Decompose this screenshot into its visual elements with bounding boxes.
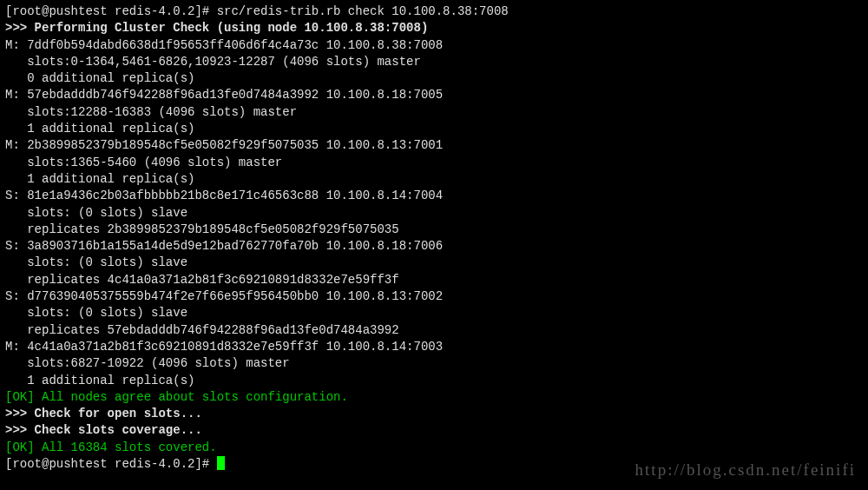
node-line: S: d776390405375559b474f2e7f66e95f956450… <box>5 288 863 305</box>
cluster-check-header: >>> Performing Cluster Check (using node… <box>5 20 863 36</box>
node-line: M: 7ddf0b594dabd6638d1f95653ff406d6f4c4a… <box>5 37 863 54</box>
command-line: [root@pushtest redis-4.0.2]# src/redis-t… <box>5 3 863 20</box>
node-line: S: 3a8903716b1a155a14de5d9e12bad762770fa… <box>5 238 863 255</box>
node-line: replicates 57ebdadddb746f942288f96ad13fe… <box>5 322 863 339</box>
check-open-slots: >>> Check for open slots... <box>5 406 863 422</box>
node-line: replicates 2b3899852379b189548cf5e05082f… <box>5 222 863 238</box>
node-line: M: 57ebdadddb746f942288f96ad13fe0d7484a3… <box>5 87 863 103</box>
node-line: 1 additional replica(s) <box>5 373 863 389</box>
shell-prompt: [root@pushtest redis-4.0.2]# <box>5 4 217 18</box>
node-line: slots: (0 slots) slave <box>5 305 863 321</box>
node-line: slots:1365-5460 (4096 slots) master <box>5 155 863 171</box>
node-line: replicates 4c41a0a371a2b81f3c69210891d83… <box>5 272 863 288</box>
node-line: slots:12288-16383 (4096 slots) master <box>5 104 863 121</box>
cursor-icon <box>217 456 225 470</box>
node-line: 0 additional replica(s) <box>5 70 863 87</box>
ok-status: [OK] All nodes agree about slots configu… <box>5 389 863 406</box>
node-line: slots:0-1364,5461-6826,10923-12287 (4096… <box>5 54 863 70</box>
node-line: slots: (0 slots) slave <box>5 255 863 271</box>
node-line: slots:6827-10922 (4096 slots) master <box>5 355 863 372</box>
node-line: 1 additional replica(s) <box>5 121 863 137</box>
terminal-output[interactable]: [root@pushtest redis-4.0.2]# src/redis-t… <box>5 3 863 473</box>
shell-prompt: [root@pushtest redis-4.0.2]# <box>5 457 217 471</box>
node-line: slots: (0 slots) slave <box>5 205 863 222</box>
node-line: 1 additional replica(s) <box>5 171 863 188</box>
node-line: M: 4c41a0a371a2b81f3c69210891d8332e7e59f… <box>5 339 863 355</box>
entered-command: src/redis-trib.rb check 10.100.8.38:7008 <box>217 4 509 18</box>
ok-status: [OK] All 16384 slots covered. <box>5 440 863 456</box>
watermark-text: http://blog.csdn.net/feinifi <box>635 461 856 478</box>
node-line: M: 2b3899852379b189548cf5e05082f929f5075… <box>5 137 863 154</box>
node-line: S: 81e1a9436c2b03afbbbbb21b8c8e171c46563… <box>5 188 863 204</box>
check-slots-coverage: >>> Check slots coverage... <box>5 422 863 439</box>
